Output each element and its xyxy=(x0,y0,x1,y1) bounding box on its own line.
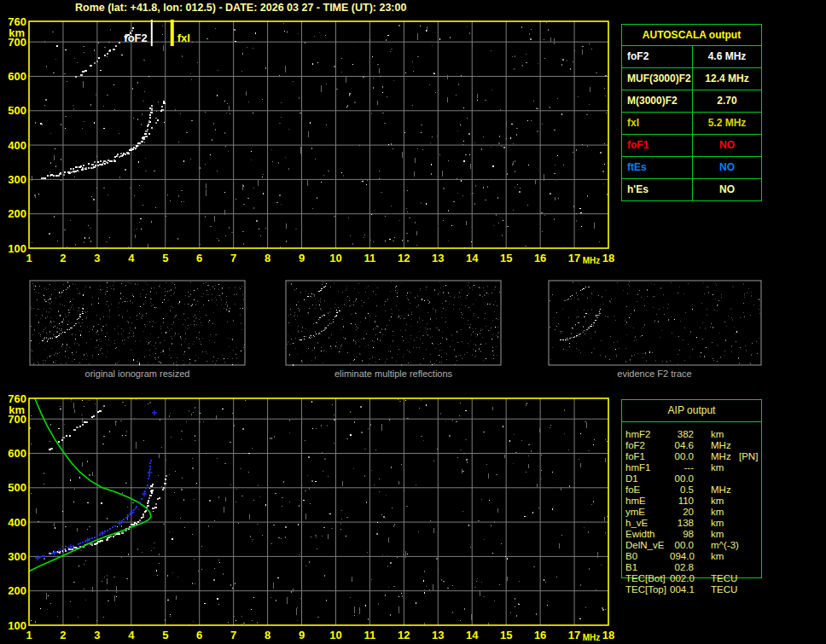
aip-unit: km xyxy=(694,507,739,518)
x-tick-label: 6 xyxy=(196,252,202,264)
aip-note xyxy=(739,440,771,451)
aip-label: hmE xyxy=(625,496,670,507)
autoscala-row-label-foF1: foF1 xyxy=(622,135,693,157)
aip-note xyxy=(739,462,771,473)
x-tick-label: 9 xyxy=(299,252,305,264)
x-tick-label: 7 xyxy=(230,629,236,641)
aip-label: hmF1 xyxy=(625,462,670,473)
aip-row-foF1: foF100.0MHz[PN] xyxy=(625,451,796,462)
x-tick-label: 16 xyxy=(534,629,546,641)
aip-val: 002.0 xyxy=(670,573,694,584)
aip-label: Ewidth xyxy=(625,529,670,540)
x-tick-label: 7 xyxy=(230,252,236,264)
aip-label: B1 xyxy=(625,562,670,573)
aip-label: hmF2 xyxy=(625,429,670,440)
aip-unit xyxy=(694,562,739,573)
aip-note xyxy=(739,496,771,507)
x-tick-label: 11 xyxy=(364,252,376,264)
x-axis-unit: MHz xyxy=(583,633,601,642)
aip-unit: MHz xyxy=(694,484,739,496)
aip-unit: km xyxy=(694,462,739,473)
aip-unit: TECU xyxy=(694,573,739,584)
autoscala-app-window: Rome (lat: +41.8, lon: 012.5) - DATE: 20… xyxy=(0,0,826,644)
aip-row-B0: B0094.0km xyxy=(625,551,796,562)
aip-note xyxy=(739,518,771,529)
y-tick-label: 200 xyxy=(8,207,26,220)
aip-val: 0.5 xyxy=(670,484,694,496)
x-tick-label: 10 xyxy=(329,629,341,641)
x-tick-label: 4 xyxy=(128,252,135,264)
x-tick-label: 18 xyxy=(602,629,614,641)
y-tick-label: 300 xyxy=(8,173,26,186)
aip-val: 138 xyxy=(670,518,694,529)
x-tick-label: 15 xyxy=(500,252,512,264)
aip-unit xyxy=(694,473,739,484)
aip-note: [PN] xyxy=(739,451,771,462)
aip-label: foE xyxy=(625,484,670,496)
x-tick-label: 3 xyxy=(94,629,100,641)
aip-val: 00.0 xyxy=(670,451,694,462)
x-tick-label: 5 xyxy=(162,629,168,641)
autoscala-row-label-h'Es: h'Es xyxy=(622,179,693,200)
aip-note xyxy=(739,473,771,484)
x-tick-label: 8 xyxy=(265,252,270,264)
aip-label: h_vE xyxy=(625,518,670,529)
autoscala-row-value-foF1: NO xyxy=(693,135,761,157)
aip-val: 382 xyxy=(670,429,694,440)
aip-note xyxy=(739,551,771,562)
aip-val: 004.1 xyxy=(670,584,694,595)
aip-unit: km xyxy=(694,496,739,507)
autoscala-row-value-ftEs: NO xyxy=(693,157,761,179)
x-tick-label: 14 xyxy=(466,252,479,264)
x-tick-label: 3 xyxy=(94,252,100,264)
x-tick-label: 2 xyxy=(60,252,66,264)
autoscala-row-label-fxI: fxI xyxy=(622,113,693,135)
aip-val: 20 xyxy=(670,507,694,518)
aip-unit: km xyxy=(694,529,739,540)
aip-row-ymE: ymE20km xyxy=(625,507,796,518)
autoscala-row-value-M(3000)F2: 2.70 xyxy=(693,90,761,113)
thumbnail-original-ionogram xyxy=(30,281,245,366)
y-axis-unit: km xyxy=(9,403,25,416)
autoscala-row-value-foF2: 4.6 MHz xyxy=(693,46,761,68)
thumbnail-evidence-f2-trace xyxy=(549,281,761,365)
aip-note xyxy=(739,529,771,540)
aip-label: TEC[Bot] xyxy=(625,573,670,584)
aip-row-D1: D100.0 xyxy=(625,473,796,484)
x-tick-label: 18 xyxy=(602,252,614,264)
thumbnail-caption-evidence-f2: evidence F2 trace xyxy=(561,368,748,379)
aip-unit: MHz xyxy=(694,451,739,462)
y-axis-unit: km xyxy=(9,26,25,39)
x-tick-label: 13 xyxy=(432,629,444,641)
bottom-ionogram-plot: 760700600500400300200100km12345678910111… xyxy=(8,392,614,643)
aip-row-h_vE: h_vE138km xyxy=(625,518,796,529)
autoscala-row-label-foF2: foF2 xyxy=(622,46,693,68)
aip-row-TEC[Top]: TEC[Top]004.1TECU xyxy=(625,584,796,595)
x-tick-label: 4 xyxy=(128,629,135,641)
x-tick-label: 13 xyxy=(432,252,444,264)
autoscala-output-table: AUTOSCALA output foF24.6 MHzMUF(3000)F21… xyxy=(621,24,762,201)
x-tick-label: 1 xyxy=(26,629,32,641)
aip-note xyxy=(739,562,771,573)
autoscala-table-title: AUTOSCALA output xyxy=(622,25,761,46)
thumbnail-caption-eliminate-reflections: eliminate multiple reflections xyxy=(300,368,487,379)
aip-label: D1 xyxy=(625,473,670,484)
aip-table-title: AIP output xyxy=(622,400,761,422)
x-tick-label: 12 xyxy=(398,252,410,264)
aip-row-hmF2: hmF2382km xyxy=(625,429,796,440)
aip-unit: MHz xyxy=(694,440,739,451)
autoscala-row-label-M(3000)F2: M(3000)F2 xyxy=(622,90,693,113)
aip-val: --- xyxy=(670,462,694,473)
aip-row-foE: foE0.5MHz xyxy=(625,484,796,496)
y-tick-label: 600 xyxy=(8,447,26,460)
aip-output-rows: hmF2382kmfoF204.6MHzfoF100.0MHz[PN]hmF1-… xyxy=(625,429,796,595)
x-tick-label: 17 xyxy=(568,629,580,641)
x-tick-label: 6 xyxy=(196,629,202,641)
autoscala-row-label-MUF(3000)F2: MUF(3000)F2 xyxy=(622,68,693,90)
y-tick-label: 400 xyxy=(8,139,26,152)
aip-label: TEC[Top] xyxy=(625,584,670,595)
x-tick-label: 5 xyxy=(162,252,168,264)
aip-val: 00.0 xyxy=(670,540,694,551)
aip-unit: km xyxy=(694,429,739,440)
y-tick-label: 200 xyxy=(8,584,26,597)
